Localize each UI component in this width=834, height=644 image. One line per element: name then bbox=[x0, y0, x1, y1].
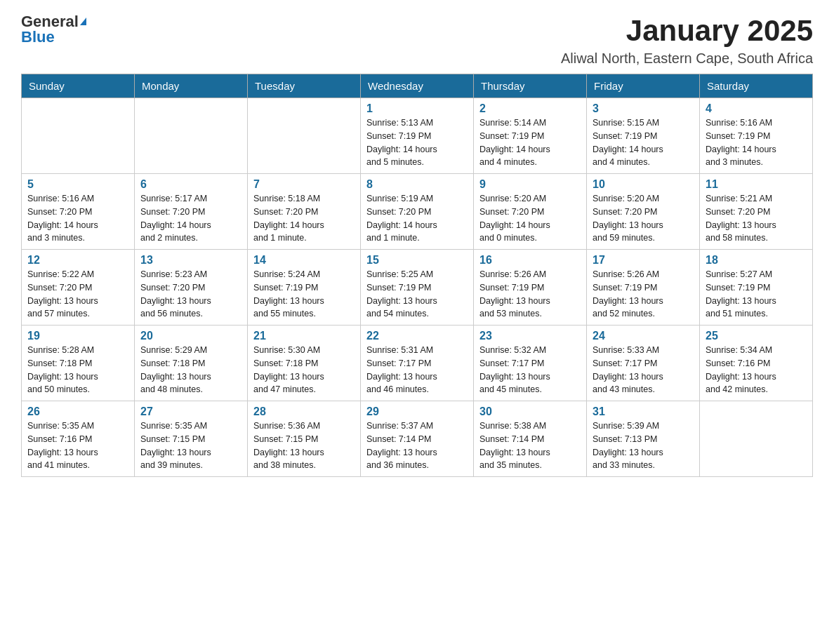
day-info: Sunrise: 5:15 AMSunset: 7:19 PMDaylight:… bbox=[593, 116, 694, 169]
day-number: 3 bbox=[593, 102, 694, 115]
table-row: 16Sunrise: 5:26 AMSunset: 7:19 PMDayligh… bbox=[474, 250, 587, 326]
day-info: Sunrise: 5:21 AMSunset: 7:20 PMDaylight:… bbox=[706, 192, 807, 245]
day-number: 28 bbox=[253, 405, 355, 418]
day-number: 27 bbox=[140, 405, 241, 418]
day-info: Sunrise: 5:37 AMSunset: 7:14 PMDaylight:… bbox=[366, 420, 468, 472]
day-number: 4 bbox=[706, 102, 807, 115]
day-info: Sunrise: 5:14 AMSunset: 7:19 PMDaylight:… bbox=[479, 116, 581, 169]
header-friday: Friday bbox=[587, 74, 700, 98]
header-wednesday: Wednesday bbox=[361, 74, 474, 98]
day-info: Sunrise: 5:26 AMSunset: 7:19 PMDaylight:… bbox=[479, 268, 581, 321]
day-number: 1 bbox=[366, 102, 468, 115]
day-info: Sunrise: 5:33 AMSunset: 7:17 PMDaylight:… bbox=[593, 344, 694, 396]
table-row bbox=[248, 98, 361, 174]
page-header: General Blue January 2025 Aliwal North, … bbox=[21, 14, 813, 67]
day-info: Sunrise: 5:35 AMSunset: 7:16 PMDaylight:… bbox=[27, 420, 128, 472]
calendar-week-row: 1Sunrise: 5:13 AMSunset: 7:19 PMDaylight… bbox=[22, 98, 813, 174]
table-row: 31Sunrise: 5:39 AMSunset: 7:13 PMDayligh… bbox=[587, 401, 700, 477]
header-monday: Monday bbox=[135, 74, 248, 98]
table-row: 11Sunrise: 5:21 AMSunset: 7:20 PMDayligh… bbox=[700, 174, 813, 250]
table-row bbox=[22, 98, 135, 174]
table-row: 17Sunrise: 5:26 AMSunset: 7:19 PMDayligh… bbox=[587, 250, 700, 326]
table-row: 6Sunrise: 5:17 AMSunset: 7:20 PMDaylight… bbox=[135, 174, 248, 250]
day-info: Sunrise: 5:38 AMSunset: 7:14 PMDaylight:… bbox=[479, 420, 581, 472]
calendar-table: Sunday Monday Tuesday Wednesday Thursday… bbox=[21, 74, 813, 477]
table-row: 12Sunrise: 5:22 AMSunset: 7:20 PMDayligh… bbox=[22, 250, 135, 326]
day-info: Sunrise: 5:23 AMSunset: 7:20 PMDaylight:… bbox=[140, 268, 241, 321]
day-number: 22 bbox=[366, 330, 468, 342]
day-info: Sunrise: 5:32 AMSunset: 7:17 PMDaylight:… bbox=[479, 344, 581, 396]
day-number: 19 bbox=[27, 330, 128, 342]
day-info: Sunrise: 5:17 AMSunset: 7:20 PMDaylight:… bbox=[140, 192, 241, 245]
day-number: 25 bbox=[706, 330, 807, 342]
logo-general-text: General bbox=[21, 14, 79, 29]
table-row: 23Sunrise: 5:32 AMSunset: 7:17 PMDayligh… bbox=[474, 326, 587, 401]
day-info: Sunrise: 5:34 AMSunset: 7:16 PMDaylight:… bbox=[706, 344, 807, 396]
calendar-week-row: 19Sunrise: 5:28 AMSunset: 7:18 PMDayligh… bbox=[22, 326, 813, 401]
title-block: January 2025 Aliwal North, Eastern Cape,… bbox=[561, 14, 813, 67]
table-row: 4Sunrise: 5:16 AMSunset: 7:19 PMDaylight… bbox=[700, 98, 813, 174]
day-number: 30 bbox=[479, 405, 581, 418]
day-number: 23 bbox=[479, 330, 581, 342]
table-row: 24Sunrise: 5:33 AMSunset: 7:17 PMDayligh… bbox=[587, 326, 700, 401]
table-row: 14Sunrise: 5:24 AMSunset: 7:19 PMDayligh… bbox=[248, 250, 361, 326]
day-number: 12 bbox=[27, 254, 128, 267]
table-row: 25Sunrise: 5:34 AMSunset: 7:16 PMDayligh… bbox=[700, 326, 813, 401]
calendar-week-row: 5Sunrise: 5:16 AMSunset: 7:20 PMDaylight… bbox=[22, 174, 813, 250]
table-row: 26Sunrise: 5:35 AMSunset: 7:16 PMDayligh… bbox=[22, 401, 135, 477]
table-row: 27Sunrise: 5:35 AMSunset: 7:15 PMDayligh… bbox=[135, 401, 248, 477]
table-row: 3Sunrise: 5:15 AMSunset: 7:19 PMDaylight… bbox=[587, 98, 700, 174]
day-number: 13 bbox=[140, 254, 241, 267]
table-row: 19Sunrise: 5:28 AMSunset: 7:18 PMDayligh… bbox=[22, 326, 135, 401]
day-info: Sunrise: 5:28 AMSunset: 7:18 PMDaylight:… bbox=[27, 344, 128, 396]
day-number: 20 bbox=[140, 330, 241, 342]
day-number: 31 bbox=[593, 405, 694, 418]
day-info: Sunrise: 5:16 AMSunset: 7:19 PMDaylight:… bbox=[706, 116, 807, 169]
table-row: 5Sunrise: 5:16 AMSunset: 7:20 PMDaylight… bbox=[22, 174, 135, 250]
table-row: 7Sunrise: 5:18 AMSunset: 7:20 PMDaylight… bbox=[248, 174, 361, 250]
day-number: 8 bbox=[366, 178, 468, 191]
day-number: 2 bbox=[479, 102, 581, 115]
day-info: Sunrise: 5:35 AMSunset: 7:15 PMDaylight:… bbox=[140, 420, 241, 472]
day-info: Sunrise: 5:19 AMSunset: 7:20 PMDaylight:… bbox=[366, 192, 468, 245]
table-row: 8Sunrise: 5:19 AMSunset: 7:20 PMDaylight… bbox=[361, 174, 474, 250]
day-info: Sunrise: 5:39 AMSunset: 7:13 PMDaylight:… bbox=[593, 420, 694, 472]
header-saturday: Saturday bbox=[700, 74, 813, 98]
logo-blue-text: Blue bbox=[21, 29, 55, 45]
table-row: 30Sunrise: 5:38 AMSunset: 7:14 PMDayligh… bbox=[474, 401, 587, 477]
table-row: 9Sunrise: 5:20 AMSunset: 7:20 PMDaylight… bbox=[474, 174, 587, 250]
table-row: 15Sunrise: 5:25 AMSunset: 7:19 PMDayligh… bbox=[361, 250, 474, 326]
main-title: January 2025 bbox=[561, 14, 813, 48]
subtitle: Aliwal North, Eastern Cape, South Africa bbox=[561, 51, 813, 67]
table-row: 10Sunrise: 5:20 AMSunset: 7:20 PMDayligh… bbox=[587, 174, 700, 250]
table-row bbox=[135, 98, 248, 174]
day-number: 18 bbox=[706, 254, 807, 267]
day-number: 11 bbox=[706, 178, 807, 191]
table-row: 29Sunrise: 5:37 AMSunset: 7:14 PMDayligh… bbox=[361, 401, 474, 477]
table-row: 21Sunrise: 5:30 AMSunset: 7:18 PMDayligh… bbox=[248, 326, 361, 401]
day-number: 16 bbox=[479, 254, 581, 267]
logo: General Blue bbox=[21, 14, 86, 45]
day-number: 26 bbox=[27, 405, 128, 418]
day-info: Sunrise: 5:27 AMSunset: 7:19 PMDaylight:… bbox=[706, 268, 807, 321]
day-info: Sunrise: 5:20 AMSunset: 7:20 PMDaylight:… bbox=[593, 192, 694, 245]
day-number: 7 bbox=[253, 178, 355, 191]
day-info: Sunrise: 5:16 AMSunset: 7:20 PMDaylight:… bbox=[27, 192, 128, 245]
table-row: 22Sunrise: 5:31 AMSunset: 7:17 PMDayligh… bbox=[361, 326, 474, 401]
day-number: 24 bbox=[593, 330, 694, 342]
day-info: Sunrise: 5:30 AMSunset: 7:18 PMDaylight:… bbox=[253, 344, 355, 396]
table-row: 2Sunrise: 5:14 AMSunset: 7:19 PMDaylight… bbox=[474, 98, 587, 174]
table-row: 28Sunrise: 5:36 AMSunset: 7:15 PMDayligh… bbox=[248, 401, 361, 477]
calendar-header-row: Sunday Monday Tuesday Wednesday Thursday… bbox=[22, 74, 813, 98]
day-info: Sunrise: 5:22 AMSunset: 7:20 PMDaylight:… bbox=[27, 268, 128, 321]
day-number: 21 bbox=[253, 330, 355, 342]
day-info: Sunrise: 5:20 AMSunset: 7:20 PMDaylight:… bbox=[479, 192, 581, 245]
day-number: 17 bbox=[593, 254, 694, 267]
day-number: 6 bbox=[140, 178, 241, 191]
day-info: Sunrise: 5:13 AMSunset: 7:19 PMDaylight:… bbox=[366, 116, 468, 169]
day-info: Sunrise: 5:24 AMSunset: 7:19 PMDaylight:… bbox=[253, 268, 355, 321]
table-row: 1Sunrise: 5:13 AMSunset: 7:19 PMDaylight… bbox=[361, 98, 474, 174]
day-number: 29 bbox=[366, 405, 468, 418]
header-sunday: Sunday bbox=[22, 74, 135, 98]
day-info: Sunrise: 5:18 AMSunset: 7:20 PMDaylight:… bbox=[253, 192, 355, 245]
